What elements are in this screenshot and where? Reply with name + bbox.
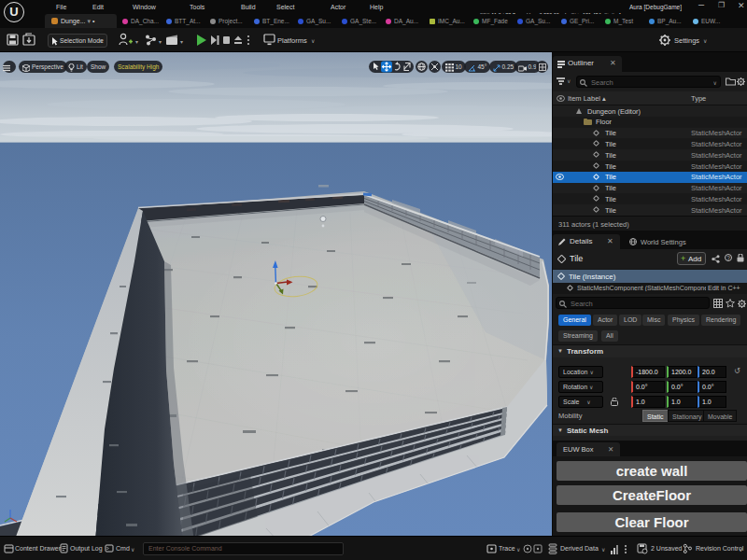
svg-text:▾: ▾	[180, 39, 183, 45]
svg-text:▾: ▾	[135, 39, 138, 45]
svg-text:▾: ▾	[159, 39, 162, 45]
